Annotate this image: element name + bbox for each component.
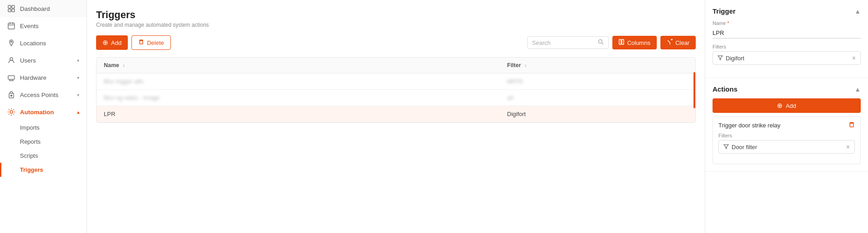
svg-rect-1 [12, 5, 15, 8]
table-row-selected[interactable]: LPR Digifort [97, 106, 695, 122]
delete-label: Delete [147, 39, 164, 46]
name-form-group: Name * [713, 20, 861, 39]
svg-point-8 [11, 41, 12, 43]
sidebar-item-label: Access Points [20, 92, 73, 98]
sidebar-item-label: Automation [20, 109, 73, 116]
row-name-lpr: LPR [97, 106, 500, 122]
filter-close-icon[interactable]: × [852, 54, 856, 62]
svg-point-15 [11, 95, 12, 97]
collapse-trigger-icon[interactable]: ▲ [854, 8, 861, 15]
plus-circle-icon: ⊕ [777, 102, 783, 110]
sidebar-item-users[interactable]: Users ▾ [0, 52, 87, 69]
action-filter-value: Door filter [732, 144, 757, 150]
action-filter-close-icon[interactable]: × [846, 143, 850, 150]
page-subtitle: Create and manage automated system actio… [96, 22, 696, 28]
row-filter: MFP0 [500, 73, 695, 90]
filter-value: Digifort [726, 55, 744, 62]
content-area: Triggers Create and manage automated sys… [87, 0, 705, 233]
action-delete-icon[interactable] [849, 121, 855, 129]
sidebar-sub-item-label: Scripts [20, 152, 38, 159]
search-input[interactable] [532, 39, 595, 46]
search-icon [598, 39, 604, 46]
plus-icon: ⊕ [102, 39, 108, 47]
sidebar-sub-item-label: Triggers [20, 166, 43, 173]
add-label: Add [111, 39, 121, 46]
add-action-label: Add [786, 102, 796, 109]
action-item-header: Trigger door strike relay [718, 121, 855, 129]
add-action-button[interactable]: ⊕ Add [713, 98, 861, 113]
page-title: Triggers [96, 9, 696, 21]
events-icon [7, 22, 15, 30]
actions-section-header: Actions ▲ [713, 85, 861, 93]
sidebar-item-locations[interactable]: Locations [0, 34, 87, 52]
action-filter-tag: Door filter × [718, 140, 855, 154]
access-points-icon [7, 91, 15, 99]
collapse-actions-icon[interactable]: ▲ [854, 86, 861, 93]
columns-icon [619, 39, 625, 46]
trigger-section-title: Trigger [713, 7, 736, 15]
right-panel: Trigger ▲ Name * Filters Digifort × [705, 0, 868, 233]
sidebar-item-dashboard[interactable]: Dashboard [0, 0, 87, 17]
chevron-down-icon: ▾ [77, 75, 79, 80]
sidebar-item-events[interactable]: Events [0, 17, 87, 34]
toolbar: ⊕ Add Delete [96, 35, 696, 50]
sidebar-item-label: Events [20, 23, 79, 29]
filter-clear-icon [667, 39, 673, 46]
sidebar-item-access-points[interactable]: Access Points ▾ [0, 86, 87, 103]
column-filter[interactable]: Filter ↕ [500, 58, 695, 73]
locations-icon [7, 39, 15, 47]
users-icon [7, 56, 15, 64]
svg-rect-3 [12, 9, 15, 12]
table-row[interactable]: Blur ng video - image ah [97, 90, 695, 106]
hardware-icon [7, 73, 15, 82]
sidebar-sub-item-reports[interactable]: Reports [0, 135, 87, 149]
trigger-section: Trigger ▲ Name * Filters Digifort × [705, 0, 868, 78]
svg-line-22 [668, 40, 670, 43]
automation-icon [7, 108, 15, 116]
toolbar-right: Columns Clear [527, 36, 696, 49]
filter-tag-digifort: Digifort × [713, 51, 861, 65]
actions-section-title: Actions [713, 85, 737, 93]
trigger-section-header: Trigger ▲ [713, 7, 861, 15]
triggers-table: Name ↕ Filter ↕ Blur trigger alfs MFP0 [96, 57, 696, 123]
sort-icon-name[interactable]: ↕ [123, 63, 125, 68]
filters-label: Filters [713, 44, 861, 49]
sidebar: Dashboard Events Locations [0, 0, 87, 233]
action-item: Trigger door strike relay Filters [713, 116, 861, 164]
sidebar-item-label: Users [20, 57, 73, 64]
dashboard-icon [7, 5, 15, 13]
sidebar-sub-item-imports[interactable]: Imports [0, 121, 87, 135]
table-row[interactable]: Blur trigger alfs MFP0 [97, 73, 695, 90]
row-filter: ah [500, 90, 695, 106]
svg-point-9 [10, 58, 13, 60]
sidebar-item-label: Locations [20, 40, 79, 47]
sidebar-item-automation[interactable]: Automation ▴ [0, 103, 87, 121]
svg-point-16 [10, 111, 13, 113]
row-filter-lpr: Digifort [500, 106, 695, 122]
row-name: Blur trigger alfs [97, 73, 500, 90]
actions-section: Actions ▲ ⊕ Add Trigger door strike rela… [705, 78, 868, 172]
row-name: Blur ng video - image [97, 90, 500, 106]
column-name[interactable]: Name ↕ [97, 58, 500, 73]
scroll-accent [693, 72, 695, 108]
name-label: Name * [713, 20, 861, 26]
required-indicator: * [727, 20, 729, 26]
sidebar-sub-item-triggers[interactable]: Triggers [0, 163, 87, 177]
sidebar-item-label: Hardware [20, 74, 73, 81]
chevron-up-icon: ▴ [77, 110, 79, 115]
columns-button[interactable]: Columns [612, 36, 657, 49]
sidebar-item-hardware[interactable]: Hardware ▾ [0, 69, 87, 86]
svg-rect-0 [8, 5, 11, 8]
svg-rect-4 [8, 23, 15, 29]
delete-button[interactable]: Delete [131, 35, 171, 50]
clear-label: Clear [675, 39, 689, 46]
chevron-down-icon: ▾ [77, 92, 79, 97]
add-button[interactable]: ⊕ Add [96, 35, 128, 50]
search-box[interactable] [527, 36, 609, 49]
sidebar-sub-item-scripts[interactable]: Scripts [0, 149, 87, 163]
trigger-name-input[interactable] [713, 28, 861, 39]
sort-icon-filter[interactable]: ↕ [524, 63, 527, 68]
action-item-title: Trigger door strike relay [718, 122, 781, 129]
svg-rect-2 [8, 9, 11, 12]
clear-button[interactable]: Clear [660, 36, 696, 49]
